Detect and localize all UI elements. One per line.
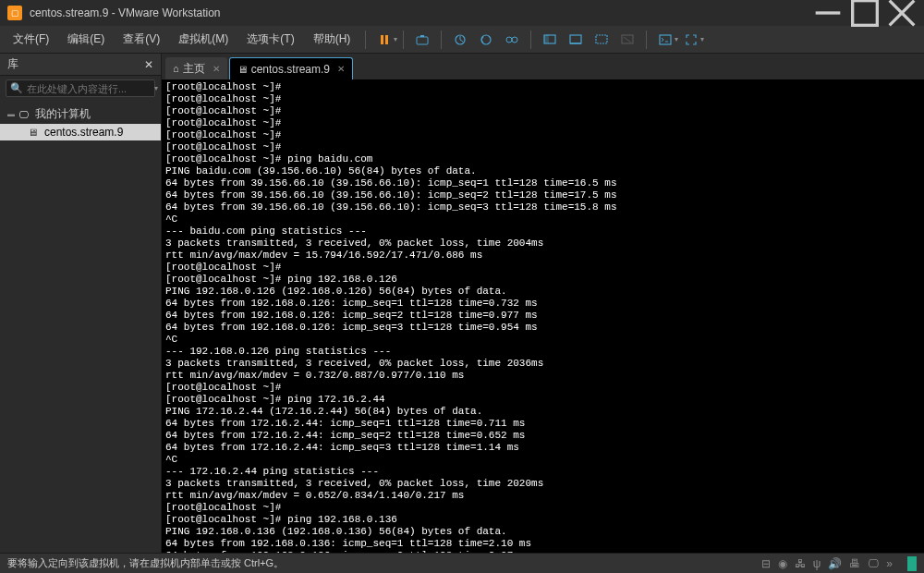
view-stretch-button[interactable] [614,27,640,53]
snapshot-manager-button[interactable] [499,27,525,53]
disk-icon[interactable]: ⊟ [761,557,771,570]
search-dropdown-icon[interactable]: ▾ [154,84,158,92]
svg-point-10 [506,37,512,43]
svg-rect-6 [417,37,428,44]
statusbar-message: 要将输入定向到该虚拟机，请在虚拟机内部单击或按 Ctrl+G。 [7,556,761,570]
vm-icon: 🖥 [28,127,41,138]
power-dropdown-icon[interactable]: ▾ [394,35,397,43]
menubar: 文件(F) 编辑(E) 查看(V) 虚拟机(M) 选项卡(T) 帮助(H) ▾ … [0,26,924,54]
fullscreen-dropdown-icon[interactable]: ▾ [700,35,704,43]
usb-icon[interactable]: ψ [813,557,821,570]
more-icon[interactable]: » [886,557,893,570]
menu-help[interactable]: 帮助(H) [304,26,360,54]
toolbar-separator [365,30,366,49]
toolbar-separator [441,30,442,49]
sidebar-title: 库 [7,56,144,72]
tree-item-label: 我的计算机 [35,106,91,122]
content-area: ⌂ 主页 ✕ 🖥 centos.stream.9 ✕ [root@localho… [162,54,924,553]
cd-icon[interactable]: ◉ [778,557,787,570]
svg-line-18 [624,37,631,43]
tab-label: 主页 [183,61,205,77]
toolbar-separator [646,30,647,49]
tab-close-button[interactable]: ✕ [337,64,345,74]
menu-edit[interactable]: 编辑(E) [58,26,114,54]
menu-file[interactable]: 文件(F) [4,26,58,54]
network-icon[interactable]: 🖧 [795,557,806,570]
sidebar-close-button[interactable]: ✕ [144,58,153,71]
computer-icon: 🖵 [18,109,31,120]
vm-console-terminal[interactable]: [root@localhost ~]# [root@localhost ~]# … [162,79,924,553]
svg-rect-13 [544,35,549,43]
menu-view[interactable]: 查看(V) [114,26,169,54]
printer-icon[interactable]: 🖶 [849,557,860,570]
svg-rect-4 [381,35,383,44]
sidebar-header: 库 ✕ [0,54,161,76]
revert-snapshot-button[interactable] [473,27,499,53]
main-area: 库 ✕ 🔍 ▾ ▬ 🖵 我的计算机 🖥 centos.stream.9 ⌂ 主页 [0,54,924,553]
titlebar: ▢ centos.stream.9 - VMware Workstation [0,0,924,26]
svg-point-11 [512,37,517,43]
window-title: centos.stream.9 - VMware Workstation [30,6,809,19]
tab-label: centos.stream.9 [251,63,330,76]
search-icon: 🔍 [10,82,23,94]
svg-rect-5 [385,35,388,44]
tab-home[interactable]: ⌂ 主页 ✕ [165,57,227,79]
status-tray: ⊟ ◉ 🖧 ψ 🔊 🖶 🖵 » [761,556,917,571]
toolbar-separator [403,30,404,49]
window-controls [809,0,920,26]
svg-rect-14 [570,35,581,43]
tab-close-button[interactable]: ✕ [213,64,220,74]
toolbar-separator [530,30,531,49]
statusbar: 要将输入定向到该虚拟机，请在虚拟机内部单击或按 Ctrl+G。 ⊟ ◉ 🖧 ψ … [0,553,924,573]
search-input[interactable] [27,83,154,94]
view-fullscreen-button[interactable] [589,27,614,53]
tab-vm-centos[interactable]: 🖥 centos.stream.9 ✕ [229,57,353,79]
svg-rect-16 [596,35,607,43]
menu-vm[interactable]: 虚拟机(M) [169,26,237,54]
svg-point-9 [481,35,491,44]
library-sidebar: 库 ✕ 🔍 ▾ ▬ 🖵 我的计算机 🖥 centos.stream.9 [0,54,162,553]
view-unity-button[interactable] [563,27,589,53]
close-button[interactable] [883,0,920,26]
sound-icon[interactable]: 🔊 [828,557,842,570]
svg-rect-1 [853,1,878,26]
vm-status-indicator [907,556,917,571]
library-tree: ▬ 🖵 我的计算机 🖥 centos.stream.9 [0,101,161,144]
tree-item-label: centos.stream.9 [44,126,123,139]
menu-tabs[interactable]: 选项卡(T) [237,26,303,54]
svg-rect-7 [420,35,424,37]
svg-rect-19 [660,35,671,44]
tree-my-computer[interactable]: ▬ 🖵 我的计算机 [0,104,161,124]
home-icon: ⌂ [173,63,179,74]
maximize-button[interactable] [846,0,883,26]
vmware-app-icon: ▢ [7,6,22,20]
view-console-button[interactable] [537,27,563,53]
tree-vm-centos[interactable]: 🖥 centos.stream.9 [0,124,161,140]
display-icon[interactable]: 🖵 [868,557,879,570]
snapshot-button[interactable] [447,27,473,53]
tab-strip: ⌂ 主页 ✕ 🖥 centos.stream.9 ✕ [162,54,924,79]
sidebar-search[interactable]: 🔍 ▾ [6,79,155,97]
minimize-button[interactable] [809,0,846,26]
vm-icon: 🖥 [237,64,248,75]
send-ctrl-alt-del-button[interactable] [409,27,435,53]
collapse-icon[interactable]: ▬ [7,110,18,118]
